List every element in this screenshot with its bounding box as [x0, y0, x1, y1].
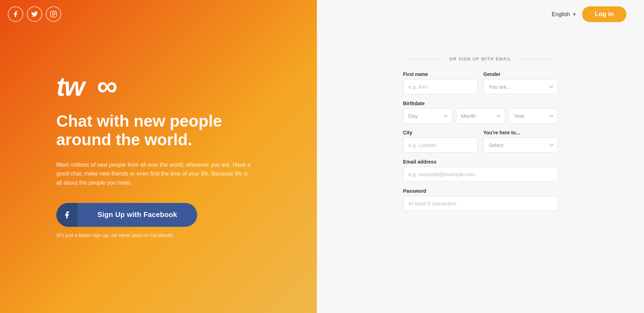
divider-line-right [516, 59, 558, 59]
first-name-group: First name [403, 71, 478, 94]
first-name-label: First name [403, 71, 478, 77]
gender-select[interactable]: You are... Male Female Other [483, 79, 558, 94]
svg-text:tw: tw [56, 71, 87, 98]
social-icons-bar [0, 0, 317, 28]
divider-text: OR SIGN UP WITH EMAIL [449, 57, 512, 62]
year-group: Year [509, 108, 558, 123]
right-panel: English ▼ Log in OR SIGN UP WITH EMAIL F… [317, 0, 644, 313]
email-input[interactable] [403, 167, 558, 182]
left-content: tw ∞ Chat with new people around the wor… [0, 49, 317, 259]
birthdate-label: Birthdate [403, 101, 558, 106]
svg-rect-0 [51, 11, 57, 17]
svg-text:∞: ∞ [97, 70, 117, 98]
name-gender-row: First name Gender You are... Male Female… [403, 71, 558, 94]
signup-form: OR SIGN UP WITH EMAIL First name Gender … [403, 57, 558, 217]
top-bar: English ▼ Log in [324, 0, 637, 28]
divider-row: OR SIGN UP WITH EMAIL [403, 57, 558, 62]
logo: tw ∞ [56, 70, 282, 100]
email-section: Email address [403, 159, 558, 182]
twitter-social-icon[interactable] [27, 6, 42, 22]
year-select[interactable]: Year [509, 108, 558, 123]
facebook-btn-icon [56, 203, 77, 227]
email-label: Email address [403, 159, 558, 165]
hero-title: Chat with new people around the world. [56, 112, 261, 149]
day-group: Day [403, 108, 452, 123]
facebook-signup-label: Sign Up with Facebook [77, 211, 197, 219]
left-panel: tw ∞ Chat with new people around the wor… [0, 0, 317, 313]
login-button[interactable]: Log in [582, 6, 626, 22]
hero-description: Meet millions of new people from all ove… [56, 160, 254, 187]
gender-group: Gender You are... Male Female Other [483, 71, 558, 94]
facebook-social-icon[interactable] [8, 6, 23, 22]
facebook-note: (It's just a faster sign up, we never po… [56, 232, 282, 238]
first-name-input[interactable] [403, 79, 478, 94]
city-input[interactable] [403, 138, 478, 153]
divider-line-left [403, 59, 445, 59]
city-purpose-row: City You're here to... Select Meet new p… [403, 130, 558, 153]
password-label: Password [403, 188, 558, 194]
chevron-down-icon: ▼ [572, 12, 576, 17]
facebook-signup-button[interactable]: Sign Up with Facebook [56, 203, 197, 227]
gender-label: Gender [483, 71, 558, 77]
instagram-social-icon[interactable] [46, 6, 61, 22]
purpose-select[interactable]: Select Meet new people Make friends Find… [483, 138, 558, 153]
language-label: English [552, 11, 570, 18]
birthdate-row: Day Month Year [403, 108, 558, 123]
day-select[interactable]: Day [403, 108, 452, 123]
city-label: City [403, 130, 478, 135]
password-section: Password [403, 188, 558, 211]
language-selector[interactable]: English ▼ [552, 11, 576, 18]
purpose-label: You're here to... [483, 130, 558, 135]
birthdate-section: Birthdate Day Month Year [403, 101, 558, 123]
password-input[interactable] [403, 196, 558, 211]
twoo-logo: tw ∞ [56, 70, 134, 98]
purpose-group: You're here to... Select Meet new people… [483, 130, 558, 153]
month-group: Month [456, 108, 505, 123]
city-group: City [403, 130, 478, 153]
month-select[interactable]: Month [456, 108, 505, 123]
